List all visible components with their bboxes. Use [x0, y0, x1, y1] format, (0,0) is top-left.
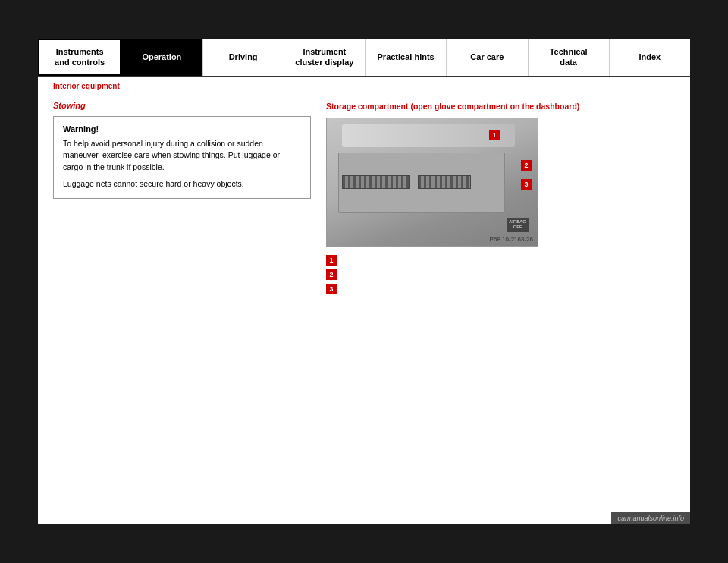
nav-driving[interactable]: Driving: [203, 39, 284, 76]
nav-instruments-label: Instruments and controls: [55, 46, 105, 68]
watermark: carmanualsonline.info: [611, 512, 690, 524]
numbered-list: 1 2 3: [326, 254, 675, 294]
left-section-title: Stowing: [53, 101, 311, 110]
nav-instrument-cluster-label: Instrument cluster display: [295, 46, 353, 68]
nav-index-label: Index: [639, 52, 661, 62]
nav-operation[interactable]: Operation: [121, 39, 202, 76]
diagram-ref: P68.10-2163-26: [490, 236, 533, 243]
warning-box: Warning! To help avoid personal injury d…: [53, 116, 311, 199]
warning-paragraph-2: Luggage nets cannot secure hard or heavy…: [63, 178, 301, 190]
airbag-label: AIRBAGOFF: [507, 218, 529, 233]
content-area: Stowing Warning! To help avoid personal …: [38, 93, 690, 306]
warning-title: Warning!: [63, 124, 301, 134]
nav-bar: Instruments and controls Operation Drivi…: [38, 39, 690, 77]
right-section-title: Storage compartment (open glove compartm…: [326, 101, 675, 112]
list-num-2: 2: [326, 269, 337, 280]
nav-index[interactable]: Index: [610, 39, 690, 76]
nav-driving-label: Driving: [229, 52, 258, 62]
car-diagram: AIRBAGOFF 1 2 3 P68.10-2163-26: [326, 118, 538, 247]
nav-practical-hints-label: Practical hints: [378, 52, 435, 62]
list-item-3: 3: [326, 283, 675, 294]
list-item-1: 1: [326, 254, 675, 266]
left-column: Stowing Warning! To help avoid personal …: [53, 101, 311, 298]
nav-car-care[interactable]: Car care: [447, 39, 528, 76]
list-num-1: 1: [326, 255, 337, 266]
nav-practical-hints[interactable]: Practical hints: [366, 39, 447, 76]
nav-technical-data-label: Technical data: [550, 46, 588, 68]
breadcrumb: Interior equipment: [38, 77, 690, 93]
manual-page: Instruments and controls Operation Drivi…: [38, 39, 690, 524]
diagram-badge-2: 2: [521, 160, 532, 171]
page-container: Instruments and controls Operation Drivi…: [0, 0, 728, 563]
right-column: Storage compartment (open glove compartm…: [326, 101, 675, 298]
nav-car-care-label: Car care: [470, 52, 504, 62]
nav-operation-label: Operation: [142, 52, 181, 62]
nav-technical-data[interactable]: Technical data: [529, 39, 610, 76]
car-diagram-inner: AIRBAGOFF 1 2 3 P68.10-2163-26: [327, 118, 538, 246]
nav-instruments[interactable]: Instruments and controls: [38, 39, 121, 76]
diagram-badge-3: 3: [521, 179, 532, 190]
warning-text: To help avoid personal injury during a c…: [63, 138, 301, 190]
diagram-badge-1: 1: [489, 130, 500, 140]
nav-instrument-cluster[interactable]: Instrument cluster display: [284, 39, 366, 76]
warning-paragraph-1: To help avoid personal injury during a c…: [63, 138, 301, 174]
list-item-2: 2: [326, 269, 675, 280]
list-num-3: 3: [326, 284, 337, 294]
